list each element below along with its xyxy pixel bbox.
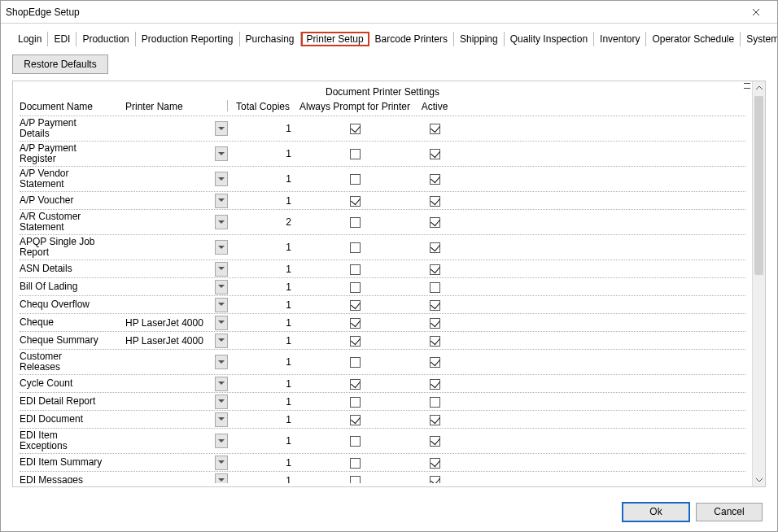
prompt-checkbox[interactable] bbox=[350, 476, 361, 483]
scroll-thumb[interactable] bbox=[754, 96, 763, 275]
cell-document-name[interactable]: Bill Of Lading bbox=[20, 280, 125, 294]
cell-printer-name[interactable] bbox=[125, 246, 215, 249]
active-checkbox[interactable] bbox=[430, 242, 440, 253]
cell-total-copies[interactable]: 1 bbox=[228, 473, 298, 484]
prompt-checkbox[interactable] bbox=[350, 264, 361, 275]
close-button[interactable] bbox=[740, 2, 772, 23]
ok-button[interactable]: Ok bbox=[623, 503, 689, 521]
tab-operator-schedule[interactable]: Operator Schedule bbox=[646, 32, 741, 46]
active-checkbox[interactable] bbox=[430, 196, 440, 207]
active-checkbox[interactable] bbox=[430, 458, 440, 469]
tab-barcode-printers[interactable]: Barcode Printers bbox=[369, 32, 454, 46]
printer-dropdown-button[interactable] bbox=[215, 194, 228, 208]
active-checkbox[interactable] bbox=[430, 379, 440, 390]
tab-edi[interactable]: EDI bbox=[48, 32, 76, 46]
col-printer-name[interactable]: Printer Name bbox=[125, 101, 215, 112]
cell-total-copies[interactable]: 1 bbox=[228, 194, 298, 208]
tab-login[interactable]: Login bbox=[12, 32, 48, 46]
col-active[interactable]: Active bbox=[412, 101, 457, 112]
cell-total-copies[interactable]: 1 bbox=[228, 412, 298, 427]
cell-printer-name[interactable] bbox=[125, 479, 215, 482]
printer-dropdown-button[interactable] bbox=[215, 298, 228, 312]
printer-dropdown-button[interactable] bbox=[215, 316, 228, 330]
cell-document-name[interactable]: Cycle Count bbox=[20, 377, 125, 390]
tab-quality-inspection[interactable]: Quality Inspection bbox=[505, 32, 594, 46]
active-checkbox[interactable] bbox=[430, 476, 440, 483]
tab-production[interactable]: Production bbox=[76, 32, 135, 46]
cell-document-name[interactable]: EDI ItemExceptions bbox=[20, 429, 125, 453]
cell-printer-name[interactable] bbox=[125, 220, 215, 224]
active-checkbox[interactable] bbox=[430, 357, 440, 368]
tab-shipping[interactable]: Shipping bbox=[454, 32, 505, 46]
cell-printer-name[interactable] bbox=[125, 286, 215, 289]
cell-printer-name[interactable]: HP LaserJet 4000 bbox=[125, 316, 215, 330]
prompt-checkbox[interactable] bbox=[350, 174, 361, 185]
cell-document-name[interactable]: Cheque Summary bbox=[20, 334, 125, 347]
cancel-button[interactable]: Cancel bbox=[696, 503, 763, 521]
cell-total-copies[interactable]: 1 bbox=[228, 355, 298, 369]
active-checkbox[interactable] bbox=[430, 149, 440, 159]
tab-production-reporting[interactable]: Production Reporting bbox=[136, 32, 240, 46]
cell-document-name[interactable]: A/P PaymentDetails bbox=[20, 116, 125, 141]
prompt-checkbox[interactable] bbox=[350, 124, 361, 134]
active-checkbox[interactable] bbox=[430, 282, 440, 293]
cell-document-name[interactable]: ASN Details bbox=[20, 262, 125, 276]
cell-printer-name[interactable] bbox=[125, 303, 215, 307]
vertical-scrollbar[interactable] bbox=[752, 81, 765, 486]
cell-printer-name[interactable] bbox=[125, 439, 215, 443]
printer-dropdown-button[interactable] bbox=[215, 121, 228, 136]
printer-dropdown-button[interactable] bbox=[215, 473, 228, 484]
cell-total-copies[interactable]: 1 bbox=[228, 377, 298, 391]
printer-dropdown-button[interactable] bbox=[215, 146, 228, 161]
cell-total-copies[interactable]: 1 bbox=[228, 456, 298, 470]
cell-total-copies[interactable]: 1 bbox=[228, 298, 298, 312]
printer-dropdown-button[interactable] bbox=[215, 280, 228, 294]
cell-document-name[interactable]: EDI Messages bbox=[20, 473, 125, 483]
prompt-checkbox[interactable] bbox=[350, 397, 361, 408]
cell-total-copies[interactable]: 1 bbox=[228, 334, 298, 348]
cell-printer-name[interactable] bbox=[125, 418, 215, 421]
cell-document-name[interactable]: EDI Item Summary bbox=[20, 456, 125, 469]
printer-dropdown-button[interactable] bbox=[215, 434, 228, 448]
col-always-prompt[interactable]: Always Prompt for Printer bbox=[298, 101, 412, 112]
printer-dropdown-button[interactable] bbox=[215, 215, 228, 229]
cell-printer-name[interactable] bbox=[125, 360, 215, 364]
active-checkbox[interactable] bbox=[430, 217, 440, 228]
prompt-checkbox[interactable] bbox=[350, 196, 361, 207]
cell-total-copies[interactable]: 2 bbox=[228, 215, 298, 229]
printer-dropdown-button[interactable] bbox=[215, 395, 228, 409]
cell-total-copies[interactable]: 1 bbox=[228, 395, 298, 409]
prompt-checkbox[interactable] bbox=[350, 318, 361, 329]
cell-total-copies[interactable]: 1 bbox=[228, 262, 298, 277]
printer-dropdown-button[interactable] bbox=[215, 262, 228, 277]
active-checkbox[interactable] bbox=[430, 300, 440, 311]
printer-dropdown-button[interactable] bbox=[215, 240, 228, 255]
cell-document-name[interactable]: A/P PaymentRegister bbox=[20, 142, 125, 166]
cell-document-name[interactable]: A/P VendorStatement bbox=[20, 167, 125, 191]
tab-printer-setup[interactable]: Printer Setup bbox=[301, 32, 369, 46]
active-checkbox[interactable] bbox=[430, 264, 440, 275]
cell-printer-name[interactable] bbox=[125, 177, 215, 181]
cell-printer-name[interactable]: HP LaserJet 4000 bbox=[125, 334, 215, 348]
cell-total-copies[interactable]: 1 bbox=[228, 434, 298, 448]
prompt-checkbox[interactable] bbox=[350, 336, 361, 347]
active-checkbox[interactable] bbox=[430, 415, 440, 425]
active-checkbox[interactable] bbox=[430, 124, 440, 134]
tab-system[interactable]: System bbox=[741, 32, 777, 46]
prompt-checkbox[interactable] bbox=[350, 217, 361, 228]
cell-printer-name[interactable] bbox=[125, 382, 215, 386]
active-checkbox[interactable] bbox=[430, 174, 440, 185]
active-checkbox[interactable] bbox=[430, 318, 440, 329]
cell-document-name[interactable]: Chequ Overflow bbox=[20, 298, 125, 312]
cell-total-copies[interactable]: 1 bbox=[228, 316, 298, 330]
col-document-name[interactable]: Document Name bbox=[20, 101, 125, 112]
prompt-checkbox[interactable] bbox=[350, 149, 361, 159]
prompt-checkbox[interactable] bbox=[350, 458, 361, 469]
prompt-checkbox[interactable] bbox=[350, 436, 361, 447]
cell-document-name[interactable]: APQP Single JobReport bbox=[20, 235, 125, 259]
printer-dropdown-button[interactable] bbox=[215, 172, 228, 186]
printer-dropdown-button[interactable] bbox=[215, 355, 228, 369]
cell-document-name[interactable]: EDI Detail Report bbox=[20, 395, 125, 408]
active-checkbox[interactable] bbox=[430, 336, 440, 347]
cell-document-name[interactable]: A/P Voucher bbox=[20, 194, 125, 207]
